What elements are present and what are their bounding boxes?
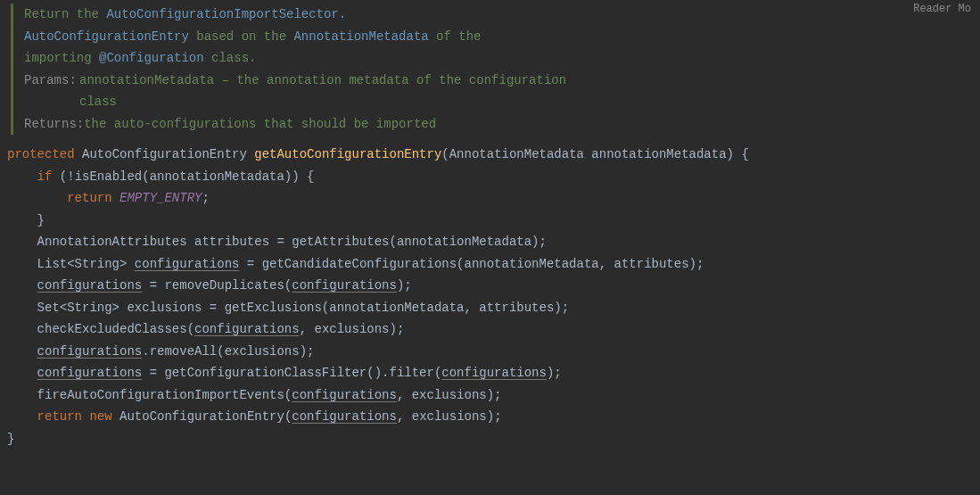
brace-close: } <box>37 213 45 227</box>
javadoc-link[interactable]: AnnotationMetadata <box>293 29 428 44</box>
space <box>112 191 119 205</box>
code-text: ); <box>547 366 562 380</box>
javadoc-params-text: annotationMetadata – the annotation meta… <box>79 73 566 87</box>
code-text: AutoConfigurationEntry( <box>112 409 292 424</box>
brace-close: } <box>7 432 14 446</box>
javadoc-params: Params: annotationMetadata – the annotat… <box>24 70 973 113</box>
var-configurations: configurations <box>37 278 143 293</box>
javadoc-params-text2: class <box>79 95 117 109</box>
keyword-if: if <box>37 169 53 184</box>
code-text: = removeDuplicates( <box>142 278 292 293</box>
javadoc-params-label: Params: <box>24 70 79 113</box>
code-text: = getCandidateConfigurations(annotationM… <box>239 257 704 271</box>
code-text: .removeAll(exclusions); <box>142 344 314 359</box>
var-configurations: configurations <box>292 409 397 424</box>
code-text: , exclusions); <box>397 409 502 424</box>
method-name: getAutoConfigurationEntry <box>254 147 441 161</box>
javadoc-link[interactable]: AutoConfigurationImportSelector. <box>106 7 346 21</box>
code-text: ); <box>397 278 412 293</box>
keyword-return: return <box>67 191 111 205</box>
javadoc-text: based on the <box>189 29 294 44</box>
javadoc-desc-line2: AutoConfigurationEntry based on the Anno… <box>24 26 973 48</box>
javadoc-returns-label: Returns: <box>24 113 84 136</box>
semicolon: ; <box>202 191 209 205</box>
javadoc-returns-text: the auto-configurations that should be i… <box>84 113 436 136</box>
javadoc-link[interactable]: AutoConfigurationEntry <box>24 29 189 44</box>
keyword-protected: protected <box>7 147 75 161</box>
parameter: AnnotationMetadata annotationMetadata <box>449 147 727 161</box>
javadoc-desc-line3: importing @Configuration class. <box>24 47 973 70</box>
code-text: = getConfigurationClassFilter().filter( <box>142 366 441 380</box>
var-configurations: configurations <box>292 278 397 293</box>
var-configurations: configurations <box>194 322 300 336</box>
code-text: checkExcludedClasses( <box>37 322 194 336</box>
reader-mode-label[interactable]: Reader Mo <box>913 0 971 19</box>
keyword-new: new <box>89 409 111 424</box>
code-editor[interactable]: protected AutoConfigurationEntry getAuto… <box>7 144 973 450</box>
javadoc-text: of the <box>429 29 482 44</box>
var-configurations: configurations <box>37 344 143 359</box>
if-condition: (!isEnabled(annotationMetadata)) { <box>52 169 314 184</box>
code-text: , exclusions); <box>300 322 405 336</box>
code-text: List<String> <box>37 257 135 271</box>
javadoc-returns: Returns: the auto-configurations that sh… <box>24 113 973 136</box>
keyword-return: return <box>37 409 82 424</box>
code-text: , exclusions); <box>397 388 502 402</box>
return-type: AutoConfigurationEntry <box>75 147 255 161</box>
code-line: Set<String> exclusions = getExclusions(a… <box>37 301 570 315</box>
var-configurations: configurations <box>292 388 397 402</box>
paren-open: ( <box>441 147 449 161</box>
javadoc-text: class. <box>204 51 257 65</box>
javadoc-block: Return the AutoConfigurationImportSelect… <box>11 4 973 135</box>
constant-empty-entry: EMPTY_ENTRY <box>119 191 202 205</box>
code-text: fireAutoConfigurationImportEvents( <box>37 388 292 402</box>
var-configurations: configurations <box>37 366 143 380</box>
javadoc-text: Return the <box>24 7 106 21</box>
var-configurations: configurations <box>441 366 547 380</box>
javadoc-text: importing <box>24 51 99 65</box>
javadoc-link[interactable]: @Configuration <box>99 51 204 65</box>
var-configurations: configurations <box>135 257 240 271</box>
paren-close-brace: ) { <box>727 147 749 161</box>
code-line: AnnotationAttributes attributes = getAtt… <box>37 235 547 249</box>
javadoc-desc-line1: Return the AutoConfigurationImportSelect… <box>24 4 973 26</box>
